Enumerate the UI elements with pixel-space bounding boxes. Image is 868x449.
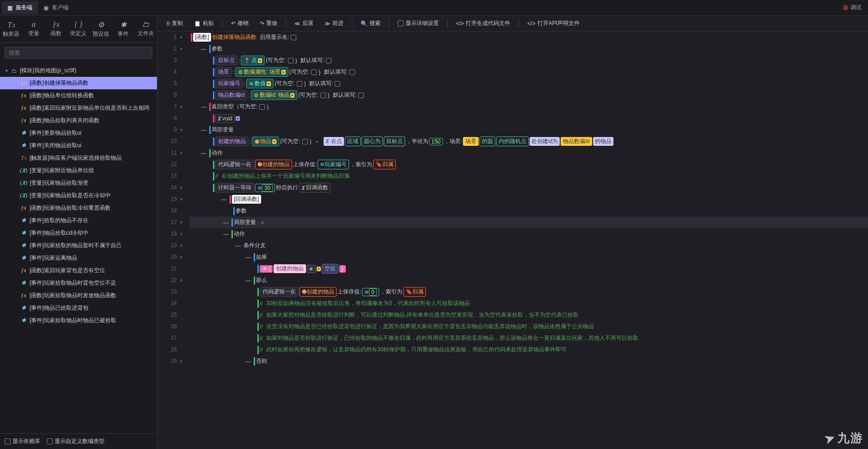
tool-3[interactable]: { }类定义: [67, 18, 89, 41]
tree-item-11[interactable]: ✱[事件]拾取的物品不存在: [0, 214, 157, 227]
detail-checkbox[interactable]: 显示详细设置: [393, 18, 443, 29]
tree-item-0[interactable]: ƒx[函数]创建掉落物品函数: [0, 77, 157, 89]
var-created-item[interactable]: 创建的物品: [218, 137, 246, 145]
default-checkbox[interactable]: [326, 58, 331, 63]
line-number[interactable]: 17▾: [157, 217, 177, 228]
fold-icon[interactable]: ▾: [180, 147, 182, 159]
line-number[interactable]: 19▾: [157, 240, 177, 251]
line-number[interactable]: 1▾: [157, 31, 177, 43]
back-button[interactable]: ≪后退: [290, 18, 318, 29]
tree-item-10[interactable]: ƒx[函数]玩家物品拾取冷却重置函数: [0, 202, 157, 214]
add-icon[interactable]: +: [261, 219, 264, 226]
tree-item-8[interactable]: (𝑿)[变量]玩家物品拾取渐变: [0, 177, 157, 189]
fold-icon[interactable]: ▾: [180, 101, 182, 112]
tree-item-14[interactable]: ✱[事件]玩家远离物品: [0, 252, 157, 264]
fold-icon[interactable]: ▾: [180, 355, 182, 367]
tree-item-3[interactable]: ƒx[函数]物品拾取列表关闭函数: [0, 114, 157, 127]
undo-button[interactable]: ↶撤销: [226, 18, 253, 29]
tree-item-13[interactable]: ✱[事件]玩家拾取的物品暂时不属于自己: [0, 239, 157, 252]
line-number[interactable]: 6: [157, 89, 177, 101]
tree-item-4[interactable]: ✱[事件]更新物品拾取ui: [0, 127, 157, 139]
show-deps-checkbox[interactable]: 显示依赖库: [5, 437, 40, 445]
line-number[interactable]: 18▾: [157, 228, 177, 240]
section-action[interactable]: 动作: [212, 149, 223, 157]
tool-2[interactable]: ƒx函数: [45, 18, 67, 41]
condition-branch[interactable]: 条件分支: [244, 242, 266, 249]
fold-icon[interactable]: ▾: [180, 274, 182, 286]
copy-button[interactable]: ⎘复制: [162, 18, 187, 29]
paste-button[interactable]: 📋粘贴: [189, 18, 219, 29]
radius-value[interactable]: 150: [429, 138, 443, 145]
line-number[interactable]: 24: [157, 298, 177, 309]
tree-item-6[interactable]: T₃[触发器]响应客户端玩家选择拾取物品: [0, 152, 157, 164]
func-name[interactable]: 创建掉落物品函数: [212, 33, 256, 41]
line-number[interactable]: 3: [157, 55, 177, 66]
nullable-checkbox[interactable]: [288, 58, 293, 63]
tree-item-2[interactable]: ƒx[函数]返回玩家附近新物品单位组是否和上次相同: [0, 102, 157, 114]
line-number[interactable]: 12: [157, 159, 177, 170]
redo-button[interactable]: ↷重做: [255, 18, 282, 29]
line-number[interactable]: 7▾: [157, 101, 177, 112]
line-number[interactable]: 14▾: [157, 182, 177, 193]
line-number[interactable]: 16: [157, 205, 177, 217]
tree-item-9[interactable]: (𝑿)[变量]玩家物品拾取是否在冷却中: [0, 189, 157, 202]
param-itemid[interactable]: 物品数编id: [218, 91, 244, 99]
line-number[interactable]: 20▾: [157, 251, 177, 263]
param-player[interactable]: 玩家编号: [218, 80, 240, 87]
fold-icon[interactable]: ▾: [180, 240, 182, 251]
line-number[interactable]: 15▾: [157, 193, 177, 205]
tool-1[interactable]: α变量: [22, 18, 44, 41]
tab-client[interactable]: ▣客户端: [38, 1, 74, 14]
tree-item-18[interactable]: ✱[事件]物品已拾取进背包: [0, 302, 157, 314]
section-localvar[interactable]: 局部变量: [212, 126, 234, 134]
search-button[interactable]: 🔍搜索: [356, 18, 385, 29]
show-custom-checkbox[interactable]: 显示自定义数编类型: [47, 437, 105, 445]
param-target[interactable]: 目标点: [218, 56, 235, 64]
debug-button[interactable]: 🐞 调试: [837, 2, 866, 13]
tree-item-19[interactable]: ✱[事件]玩家拾取物品时物品已被拾取: [0, 314, 157, 327]
tool-5[interactable]: ✱事件: [112, 18, 134, 41]
open-api-button[interactable]: </>打开API声明文件: [523, 18, 584, 29]
line-number[interactable]: 13: [157, 170, 177, 182]
tree-item-1[interactable]: ƒx[函数]物品单位组转换函数: [0, 89, 157, 102]
line-number[interactable]: 9▾: [157, 124, 177, 136]
fold-icon[interactable]: ▾: [180, 217, 182, 228]
return-void[interactable]: void: [222, 115, 232, 122]
fold-icon[interactable]: ▾: [180, 193, 182, 205]
line-number[interactable]: 29▾: [157, 355, 177, 367]
line-number[interactable]: 22▾: [157, 274, 177, 286]
tree-item-5[interactable]: ✱[事件]关闭物品拾取ui: [0, 139, 157, 152]
show-name-checkbox[interactable]: [291, 35, 296, 40]
tree-item-7[interactable]: (𝑿)[变量]玩家附近物品单位组: [0, 164, 157, 177]
fold-icon[interactable]: ▾: [180, 31, 182, 43]
line-number[interactable]: 21: [157, 263, 177, 274]
line-number[interactable]: 10: [157, 136, 177, 147]
section-params[interactable]: 参数: [212, 45, 223, 53]
fold-icon[interactable]: ▾: [180, 228, 182, 240]
line-number[interactable]: 25: [157, 309, 177, 321]
fold-icon[interactable]: ▾: [180, 251, 182, 263]
tool-6[interactable]: 🗀文件夹: [135, 18, 157, 41]
tree-item-15[interactable]: ƒx[函数]返回玩家背包是否有空位: [0, 264, 157, 277]
open-gen-button[interactable]: </>打开生成代码文件: [451, 18, 515, 29]
tree-folder-root[interactable]: ▼ 🗀 [模块]我的地图(p_sz9f): [0, 64, 157, 77]
line-number[interactable]: 27: [157, 332, 177, 344]
line-number[interactable]: 2▾: [157, 43, 177, 55]
section-localvar2[interactable]: 局部变量: [234, 218, 256, 226]
tree-item-16[interactable]: ✱[事件]玩家拾取物品时背包空位不足: [0, 277, 157, 289]
callback-fn[interactable]: 回调函数: [306, 184, 328, 192]
tree-item-17[interactable]: ƒx[函数]玩家拾取物品时发放物品函数: [0, 289, 157, 302]
line-number[interactable]: 28: [157, 344, 177, 355]
line-number[interactable]: 26: [157, 321, 177, 332]
line-number[interactable]: 5: [157, 78, 177, 89]
fold-icon[interactable]: ▾: [180, 43, 182, 55]
line-number[interactable]: 8: [157, 112, 177, 124]
fold-icon[interactable]: ▾: [180, 124, 182, 136]
fold-icon[interactable]: ▾: [180, 182, 182, 193]
line-number[interactable]: 4: [157, 66, 177, 78]
search-input[interactable]: [5, 47, 152, 59]
collapse-icon[interactable]: —: [201, 46, 206, 52]
tab-server[interactable]: ▦服务端: [2, 1, 38, 14]
tool-0[interactable]: T₃触发器: [0, 18, 22, 41]
line-number[interactable]: 23: [157, 286, 177, 298]
